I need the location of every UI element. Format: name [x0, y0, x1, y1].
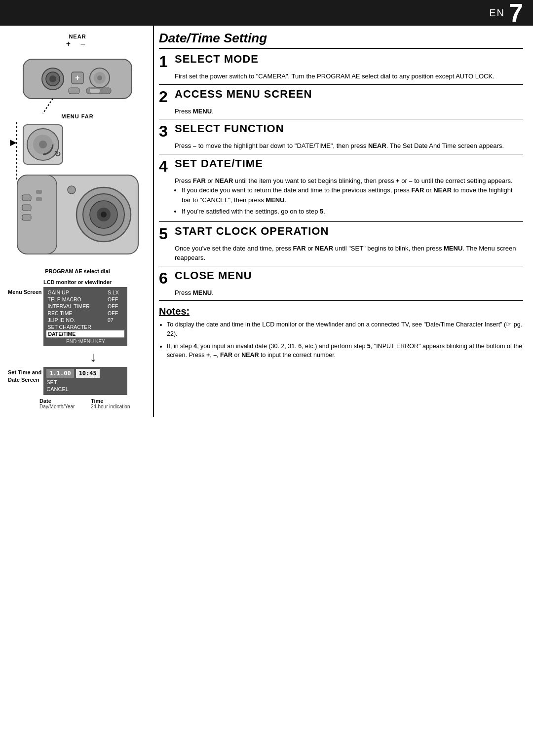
step-4-title: Set Date/Time	[175, 157, 263, 170]
right-panel: Date/Time Setting 1 Select Mode First se…	[153, 26, 533, 417]
step-3-title: Select Function	[175, 122, 284, 135]
camera-body-diagram	[12, 170, 143, 266]
time-value: 10:45	[76, 369, 100, 378]
date-sub: Day/Month/Year	[39, 404, 81, 409]
camera-top-diagram: +	[13, 49, 142, 113]
step-2-section: 2 Access Menu Screen Press MENU.	[159, 88, 523, 120]
step-4-section: 4 Set Date/Time Press FAR or NEAR until …	[159, 157, 523, 222]
set-time-box: 1.1.00 10:45 SET CANCEL	[43, 367, 127, 395]
arrow-down: ↓	[39, 349, 147, 365]
date-annotation: Date	[39, 398, 51, 404]
svg-point-17	[39, 141, 47, 148]
svg-rect-30	[36, 197, 42, 201]
svg-point-3	[49, 75, 56, 82]
step-6-number: 6	[159, 270, 173, 286]
menu-screen-label: Menu Screen	[8, 287, 43, 295]
step-5-number: 5	[159, 226, 173, 242]
svg-text:↻: ↻	[54, 150, 61, 158]
en-label: EN	[489, 7, 505, 19]
menu-screen-box: GAIN UPS.LX TELE MACROOFF INTERVAL TIMER…	[43, 287, 127, 346]
svg-rect-10	[90, 89, 100, 93]
step-3-number: 3	[159, 123, 173, 139]
menu-far-label: MENU FAR	[8, 113, 147, 119]
step-1-title: Select Mode	[175, 53, 259, 66]
step-3-section: 3 Select Function Press – to move the hi…	[159, 122, 523, 154]
svg-point-31	[68, 186, 76, 194]
header-bar: EN 7	[0, 0, 533, 26]
step-1-body: First set the power switch to "CAMERA". …	[175, 72, 523, 81]
date-value: 1.1.00	[46, 369, 74, 378]
step-5-body: Once you've set the date and time, press…	[175, 244, 523, 263]
step-1-section: 1 Select Mode First set the power switch…	[159, 53, 523, 85]
program-ae-label: PROGRAM AE select dial	[8, 268, 147, 274]
svg-rect-11	[69, 88, 79, 94]
notes-section: Notes: To display the date and time in t…	[159, 306, 523, 360]
dotted-line	[12, 122, 22, 181]
step-2-body: Press MENU.	[175, 107, 523, 116]
main-container: NEAR + – +	[0, 26, 533, 417]
set-time-section: Set Time andDate Screen 1.1.00 10:45 SET…	[8, 367, 147, 395]
step-2-title: Access Menu Screen	[175, 88, 312, 101]
set-label: SET	[46, 379, 124, 385]
notes-title: Notes:	[159, 306, 523, 317]
time-sub: 24-hour indication	[91, 404, 130, 409]
step-2-number: 2	[159, 89, 173, 105]
set-time-label: Set Time andDate Screen	[8, 367, 43, 384]
step-6-section: 6 Close Menu Press MENU.	[159, 269, 523, 301]
page-number: 7	[509, 0, 523, 26]
time-annotation: Time	[91, 398, 103, 404]
svg-point-8	[97, 75, 102, 80]
notes-body: To display the date and time in the LCD …	[159, 320, 523, 360]
step-1-number: 1	[159, 54, 173, 70]
step-5-section: 5 Start Clock Operation Once you've set …	[159, 225, 523, 266]
svg-rect-29	[36, 190, 42, 194]
step-5-title: Start Clock Operation	[175, 225, 329, 238]
round-dial-diagram: ↻	[21, 122, 65, 167]
step-4-body: Press FAR or NEAR until the item you wan…	[175, 176, 523, 216]
step-6-title: Close Menu	[175, 269, 252, 282]
svg-point-24	[101, 212, 107, 217]
plus-minus-label: + –	[66, 39, 89, 48]
menu-screen-diagram: Menu Screen GAIN UPS.LX TELE MACROOFF IN…	[8, 287, 147, 346]
lcd-title: LCD monitor or viewfinder	[8, 279, 147, 285]
svg-text:+: +	[75, 73, 79, 82]
svg-rect-26	[22, 195, 31, 201]
lcd-section: LCD monitor or viewfinder Menu Screen GA…	[8, 279, 147, 409]
step-3-body: Press – to move the highlight bar down t…	[175, 141, 523, 151]
svg-rect-28	[22, 215, 31, 220]
page-title: Date/Time Setting	[159, 31, 523, 49]
cancel-label: CANCEL	[46, 386, 124, 392]
left-panel: NEAR + – +	[0, 26, 153, 417]
end-menu-key: END :MENU KEY	[46, 337, 124, 344]
step-4-number: 4	[159, 158, 173, 174]
date-time-annotation: Date Day/Month/Year Time 24-hour indicat…	[39, 398, 147, 409]
svg-line-12	[43, 99, 53, 113]
step-6-body: Press MENU.	[175, 288, 523, 298]
svg-rect-27	[22, 205, 31, 211]
near-label: NEAR	[69, 34, 86, 39]
